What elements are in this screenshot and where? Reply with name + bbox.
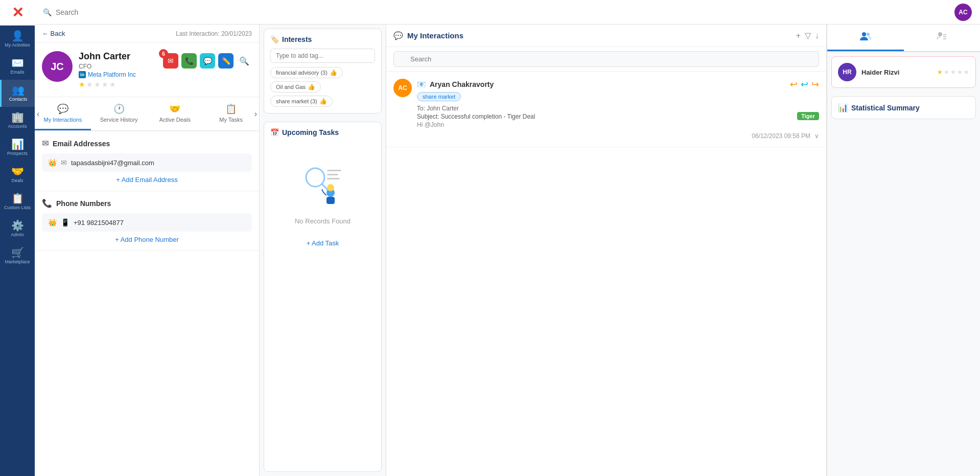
- tab-my-tasks[interactable]: 📋 My Tasks: [203, 97, 259, 130]
- tag-label-1: Oil and Gas: [276, 84, 306, 90]
- star-4[interactable]: ★: [102, 80, 108, 88]
- sidebar-label-custom-lists: Custom Lists: [4, 205, 31, 210]
- tab-scroll-right[interactable]: ›: [252, 109, 259, 119]
- right-tab-list[interactable]: [904, 25, 981, 51]
- related-contacts-tab-icon: [859, 31, 872, 43]
- add-interaction-button[interactable]: +: [796, 31, 801, 40]
- r-star-4[interactable]: ★: [957, 69, 963, 76]
- interaction-search-bar: 🔍: [386, 47, 826, 72]
- search-action-button[interactable]: 🔍: [237, 53, 252, 69]
- contact-tabs: ‹ 💬 My Interactions 🕐 Service History 🤝 …: [35, 97, 259, 131]
- stat-summary-title: 📊 Statistical Summary: [838, 103, 969, 112]
- sidebar-item-deals[interactable]: 🤝 Deals: [0, 161, 35, 188]
- tag-share-market[interactable]: share market (3) 👍: [270, 96, 333, 107]
- related-contact-item[interactable]: HR Haider Rizvi ★ ★ ★ ★ ★: [831, 56, 976, 88]
- my-tasks-tab-icon: 📋: [225, 103, 237, 115]
- phone-section-icon: 📞: [42, 198, 52, 208]
- r-star-3[interactable]: ★: [950, 69, 956, 76]
- chat-action-button[interactable]: 💬: [200, 53, 215, 69]
- email-value: tapasdasbijni47@gmail.com: [71, 159, 154, 167]
- add-task-link[interactable]: + Add Task: [270, 239, 375, 247]
- sidebar-label-accounts: Accounts: [8, 124, 27, 129]
- edit-action-button[interactable]: ✏️: [218, 53, 234, 69]
- sort-button[interactable]: ↓: [815, 31, 819, 40]
- active-deals-tab-icon: 🤝: [169, 103, 180, 115]
- sidebar-item-marketplace[interactable]: 🛒 Marketplace: [0, 242, 35, 269]
- topbar: 🔍 AC: [35, 0, 980, 25]
- add-phone-link[interactable]: + Add Phone Number: [42, 236, 252, 243]
- svg-point-9: [867, 33, 870, 36]
- user-avatar[interactable]: AC: [954, 4, 972, 21]
- contact-stars: ★ ★ ★ ★ ★: [79, 80, 157, 88]
- phone-field-row: 👑 📱 +91 9821504877: [42, 213, 252, 232]
- deals-icon: 🤝: [11, 166, 24, 176]
- last-interaction-text: Last Interaction: 20/01/2023: [176, 30, 252, 37]
- emails-icon: ✉️: [11, 58, 24, 68]
- reply-back-icon[interactable]: ↩: [790, 79, 798, 90]
- search-input[interactable]: [56, 8, 158, 16]
- right-tab-related[interactable]: [827, 25, 904, 51]
- contact-title: CFO: [79, 63, 157, 70]
- tag-like-0[interactable]: 👍: [330, 69, 337, 76]
- add-email-link[interactable]: + Add Email Address: [42, 176, 252, 184]
- star-3[interactable]: ★: [94, 80, 101, 88]
- expand-icon[interactable]: ∨: [814, 132, 819, 140]
- tab-my-interactions[interactable]: 💬 My Interactions: [35, 97, 91, 130]
- contact-avatar: JC: [42, 51, 73, 82]
- tag-financial-advisory[interactable]: financial advisory (3) 👍: [270, 67, 343, 78]
- tag-oil-gas[interactable]: Oil and Gas 👍: [270, 81, 321, 93]
- interaction-badge: Tiger: [797, 112, 819, 120]
- interaction-to: To: John Carter: [417, 105, 535, 112]
- email-section-title: ✉ Email Addresses: [42, 139, 252, 148]
- r-star-5[interactable]: ★: [964, 69, 969, 76]
- sidebar-label-activities: My Activities: [5, 42, 30, 48]
- tag-input[interactable]: [270, 49, 375, 63]
- sidebar-label-emails: Emails: [10, 70, 24, 75]
- svg-rect-4: [327, 178, 340, 179]
- sidebar-label-marketplace: Marketplace: [5, 259, 30, 264]
- reply-icon[interactable]: ↩: [801, 79, 808, 90]
- star-1[interactable]: ★: [79, 80, 85, 88]
- interaction-search-input[interactable]: [393, 51, 819, 67]
- interaction-top: AC 📧 Aryan Chakravorty ↩ ↩ ↪: [393, 79, 819, 140]
- activities-icon: 👤: [11, 31, 24, 41]
- tag-like-1[interactable]: 👍: [308, 83, 315, 90]
- tab-service-history[interactable]: 🕐 Service History: [91, 97, 147, 130]
- interaction-tag: share market: [417, 92, 461, 101]
- contact-name: John Carter: [79, 51, 157, 62]
- r-star-1[interactable]: ★: [937, 69, 943, 76]
- sidebar-item-accounts[interactable]: 🏢 Accounts: [0, 107, 35, 134]
- sidebar-item-contacts[interactable]: 👥 Contacts: [0, 80, 35, 107]
- interests-icon: 🏷️: [270, 35, 279, 43]
- tab-scroll-left[interactable]: ‹: [35, 109, 41, 119]
- phone-action-button[interactable]: 📞: [181, 53, 197, 69]
- action-icons: 6 ✉ 📞 💬 ✏️ 🔍: [163, 53, 252, 69]
- sidebar-item-custom-lists[interactable]: 📋 Custom Lists: [0, 188, 35, 215]
- sidebar-item-prospects[interactable]: 📊 Prospects: [0, 134, 35, 161]
- related-contact-stars: ★ ★ ★ ★ ★: [937, 69, 969, 76]
- middle-panel: 🏷️ Interests financial advisory (3) 👍 Oi…: [260, 25, 386, 476]
- phone-section: 📞 Phone Numbers 👑 📱 +91 9821504877 + Add…: [35, 191, 259, 251]
- sidebar-item-emails[interactable]: ✉️ Emails: [0, 53, 35, 80]
- back-button[interactable]: ← Back: [42, 30, 65, 37]
- interaction-avatar: AC: [393, 79, 412, 97]
- tab-active-deals[interactable]: 🤝 Active Deals: [147, 97, 203, 130]
- sidebar-item-admin[interactable]: ⚙️ Admin: [0, 215, 35, 242]
- filter-button[interactable]: ▽: [805, 31, 811, 40]
- contact-company[interactable]: in Meta Platform Inc: [79, 71, 157, 78]
- topbar-search-area: 🔍: [43, 8, 158, 16]
- star-2[interactable]: ★: [86, 80, 93, 88]
- tag-like-2[interactable]: 👍: [319, 98, 327, 105]
- interactions-panel-icon: 💬: [393, 31, 403, 40]
- contacts-icon: 👥: [12, 85, 25, 95]
- interaction-timestamp: 06/12/2023 09:58 PM: [752, 132, 810, 140]
- sidebar-item-activities[interactable]: 👤 My Activities: [0, 26, 35, 53]
- svg-point-10: [938, 32, 942, 36]
- related-contact-name: Haider Rizvi: [861, 69, 932, 76]
- sidebar-logo: ✕: [0, 0, 35, 26]
- forward-icon[interactable]: ↪: [811, 79, 819, 90]
- right-panel: HR Haider Rizvi ★ ★ ★ ★ ★ 📊 Statistical …: [827, 25, 980, 476]
- my-interactions-tab-icon: 💬: [57, 103, 68, 115]
- star-5[interactable]: ★: [109, 80, 116, 88]
- r-star-2[interactable]: ★: [944, 69, 949, 76]
